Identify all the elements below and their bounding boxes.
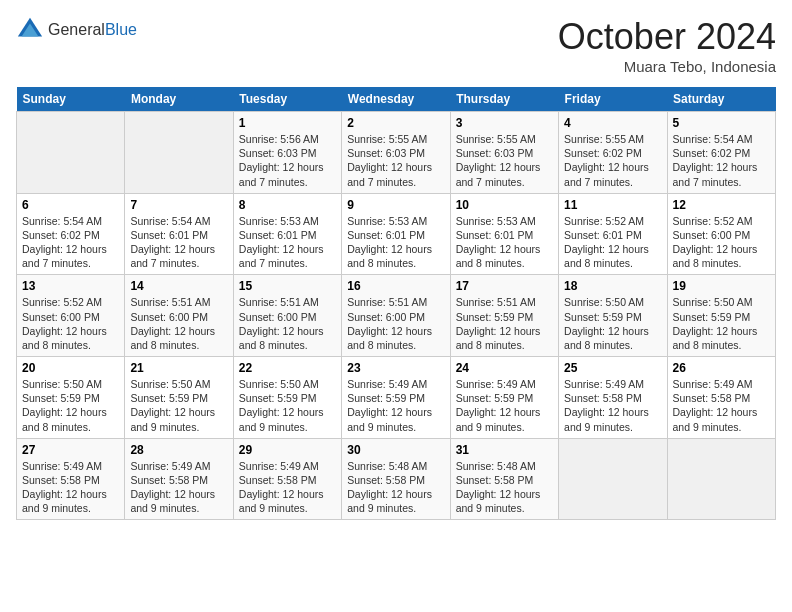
calendar-cell: 7Sunrise: 5:54 AM Sunset: 6:01 PM Daylig…	[125, 193, 233, 275]
day-detail: Sunrise: 5:51 AM Sunset: 6:00 PM Dayligh…	[239, 295, 336, 352]
day-detail: Sunrise: 5:54 AM Sunset: 6:02 PM Dayligh…	[22, 214, 119, 271]
day-number: 8	[239, 198, 336, 212]
day-number: 3	[456, 116, 553, 130]
calendar-cell: 24Sunrise: 5:49 AM Sunset: 5:59 PM Dayli…	[450, 357, 558, 439]
day-detail: Sunrise: 5:49 AM Sunset: 5:58 PM Dayligh…	[130, 459, 227, 516]
calendar-cell: 22Sunrise: 5:50 AM Sunset: 5:59 PM Dayli…	[233, 357, 341, 439]
day-detail: Sunrise: 5:54 AM Sunset: 6:02 PM Dayligh…	[673, 132, 770, 189]
day-number: 9	[347, 198, 444, 212]
day-number: 16	[347, 279, 444, 293]
calendar-cell: 15Sunrise: 5:51 AM Sunset: 6:00 PM Dayli…	[233, 275, 341, 357]
day-detail: Sunrise: 5:53 AM Sunset: 6:01 PM Dayligh…	[456, 214, 553, 271]
calendar-cell: 23Sunrise: 5:49 AM Sunset: 5:59 PM Dayli…	[342, 357, 450, 439]
calendar-cell: 9Sunrise: 5:53 AM Sunset: 6:01 PM Daylig…	[342, 193, 450, 275]
day-number: 23	[347, 361, 444, 375]
calendar-header-row: SundayMondayTuesdayWednesdayThursdayFrid…	[17, 87, 776, 112]
day-number: 14	[130, 279, 227, 293]
calendar-cell: 30Sunrise: 5:48 AM Sunset: 5:58 PM Dayli…	[342, 438, 450, 520]
day-number: 12	[673, 198, 770, 212]
day-number: 7	[130, 198, 227, 212]
day-of-week-header: Sunday	[17, 87, 125, 112]
day-detail: Sunrise: 5:49 AM Sunset: 5:59 PM Dayligh…	[456, 377, 553, 434]
day-detail: Sunrise: 5:49 AM Sunset: 5:59 PM Dayligh…	[347, 377, 444, 434]
day-number: 21	[130, 361, 227, 375]
calendar-cell: 19Sunrise: 5:50 AM Sunset: 5:59 PM Dayli…	[667, 275, 775, 357]
calendar-cell: 5Sunrise: 5:54 AM Sunset: 6:02 PM Daylig…	[667, 112, 775, 194]
day-number: 11	[564, 198, 661, 212]
day-detail: Sunrise: 5:50 AM Sunset: 5:59 PM Dayligh…	[22, 377, 119, 434]
day-number: 10	[456, 198, 553, 212]
day-number: 6	[22, 198, 119, 212]
calendar-table: SundayMondayTuesdayWednesdayThursdayFrid…	[16, 87, 776, 520]
day-detail: Sunrise: 5:49 AM Sunset: 5:58 PM Dayligh…	[22, 459, 119, 516]
calendar-cell: 8Sunrise: 5:53 AM Sunset: 6:01 PM Daylig…	[233, 193, 341, 275]
calendar-cell: 13Sunrise: 5:52 AM Sunset: 6:00 PM Dayli…	[17, 275, 125, 357]
day-detail: Sunrise: 5:48 AM Sunset: 5:58 PM Dayligh…	[347, 459, 444, 516]
day-number: 28	[130, 443, 227, 457]
day-number: 26	[673, 361, 770, 375]
day-detail: Sunrise: 5:55 AM Sunset: 6:02 PM Dayligh…	[564, 132, 661, 189]
day-number: 15	[239, 279, 336, 293]
logo-icon	[16, 16, 44, 44]
day-number: 29	[239, 443, 336, 457]
day-detail: Sunrise: 5:53 AM Sunset: 6:01 PM Dayligh…	[347, 214, 444, 271]
day-number: 17	[456, 279, 553, 293]
day-number: 22	[239, 361, 336, 375]
day-number: 24	[456, 361, 553, 375]
calendar-cell: 6Sunrise: 5:54 AM Sunset: 6:02 PM Daylig…	[17, 193, 125, 275]
calendar-cell: 31Sunrise: 5:48 AM Sunset: 5:58 PM Dayli…	[450, 438, 558, 520]
logo-text: GeneralBlue	[48, 21, 137, 39]
day-detail: Sunrise: 5:51 AM Sunset: 6:00 PM Dayligh…	[347, 295, 444, 352]
day-detail: Sunrise: 5:50 AM Sunset: 5:59 PM Dayligh…	[239, 377, 336, 434]
calendar-week-row: 27Sunrise: 5:49 AM Sunset: 5:58 PM Dayli…	[17, 438, 776, 520]
day-of-week-header: Monday	[125, 87, 233, 112]
logo-general: General	[48, 21, 105, 38]
day-number: 31	[456, 443, 553, 457]
calendar-cell	[125, 112, 233, 194]
logo-blue: Blue	[105, 21, 137, 38]
day-number: 20	[22, 361, 119, 375]
day-of-week-header: Thursday	[450, 87, 558, 112]
calendar-cell	[667, 438, 775, 520]
calendar-cell: 20Sunrise: 5:50 AM Sunset: 5:59 PM Dayli…	[17, 357, 125, 439]
day-detail: Sunrise: 5:49 AM Sunset: 5:58 PM Dayligh…	[564, 377, 661, 434]
calendar-week-row: 20Sunrise: 5:50 AM Sunset: 5:59 PM Dayli…	[17, 357, 776, 439]
day-detail: Sunrise: 5:56 AM Sunset: 6:03 PM Dayligh…	[239, 132, 336, 189]
title-block: October 2024 Muara Tebo, Indonesia	[558, 16, 776, 75]
day-detail: Sunrise: 5:50 AM Sunset: 5:59 PM Dayligh…	[564, 295, 661, 352]
day-number: 5	[673, 116, 770, 130]
day-number: 1	[239, 116, 336, 130]
day-number: 4	[564, 116, 661, 130]
month-title: October 2024	[558, 16, 776, 58]
calendar-cell: 29Sunrise: 5:49 AM Sunset: 5:58 PM Dayli…	[233, 438, 341, 520]
calendar-cell: 11Sunrise: 5:52 AM Sunset: 6:01 PM Dayli…	[559, 193, 667, 275]
calendar-cell: 1Sunrise: 5:56 AM Sunset: 6:03 PM Daylig…	[233, 112, 341, 194]
calendar-cell: 12Sunrise: 5:52 AM Sunset: 6:00 PM Dayli…	[667, 193, 775, 275]
day-detail: Sunrise: 5:55 AM Sunset: 6:03 PM Dayligh…	[456, 132, 553, 189]
calendar-cell: 14Sunrise: 5:51 AM Sunset: 6:00 PM Dayli…	[125, 275, 233, 357]
calendar-week-row: 1Sunrise: 5:56 AM Sunset: 6:03 PM Daylig…	[17, 112, 776, 194]
day-number: 2	[347, 116, 444, 130]
day-number: 27	[22, 443, 119, 457]
day-of-week-header: Friday	[559, 87, 667, 112]
calendar-cell: 26Sunrise: 5:49 AM Sunset: 5:58 PM Dayli…	[667, 357, 775, 439]
calendar-cell: 10Sunrise: 5:53 AM Sunset: 6:01 PM Dayli…	[450, 193, 558, 275]
calendar-cell: 17Sunrise: 5:51 AM Sunset: 5:59 PM Dayli…	[450, 275, 558, 357]
day-detail: Sunrise: 5:55 AM Sunset: 6:03 PM Dayligh…	[347, 132, 444, 189]
day-detail: Sunrise: 5:50 AM Sunset: 5:59 PM Dayligh…	[673, 295, 770, 352]
day-detail: Sunrise: 5:52 AM Sunset: 6:01 PM Dayligh…	[564, 214, 661, 271]
day-number: 25	[564, 361, 661, 375]
calendar-cell: 28Sunrise: 5:49 AM Sunset: 5:58 PM Dayli…	[125, 438, 233, 520]
day-detail: Sunrise: 5:50 AM Sunset: 5:59 PM Dayligh…	[130, 377, 227, 434]
calendar-cell: 16Sunrise: 5:51 AM Sunset: 6:00 PM Dayli…	[342, 275, 450, 357]
calendar-cell: 21Sunrise: 5:50 AM Sunset: 5:59 PM Dayli…	[125, 357, 233, 439]
calendar-cell: 4Sunrise: 5:55 AM Sunset: 6:02 PM Daylig…	[559, 112, 667, 194]
day-of-week-header: Wednesday	[342, 87, 450, 112]
day-detail: Sunrise: 5:49 AM Sunset: 5:58 PM Dayligh…	[673, 377, 770, 434]
calendar-cell: 3Sunrise: 5:55 AM Sunset: 6:03 PM Daylig…	[450, 112, 558, 194]
calendar-cell: 18Sunrise: 5:50 AM Sunset: 5:59 PM Dayli…	[559, 275, 667, 357]
day-detail: Sunrise: 5:54 AM Sunset: 6:01 PM Dayligh…	[130, 214, 227, 271]
day-of-week-header: Tuesday	[233, 87, 341, 112]
page-header: GeneralBlue October 2024 Muara Tebo, Ind…	[16, 16, 776, 75]
day-number: 18	[564, 279, 661, 293]
